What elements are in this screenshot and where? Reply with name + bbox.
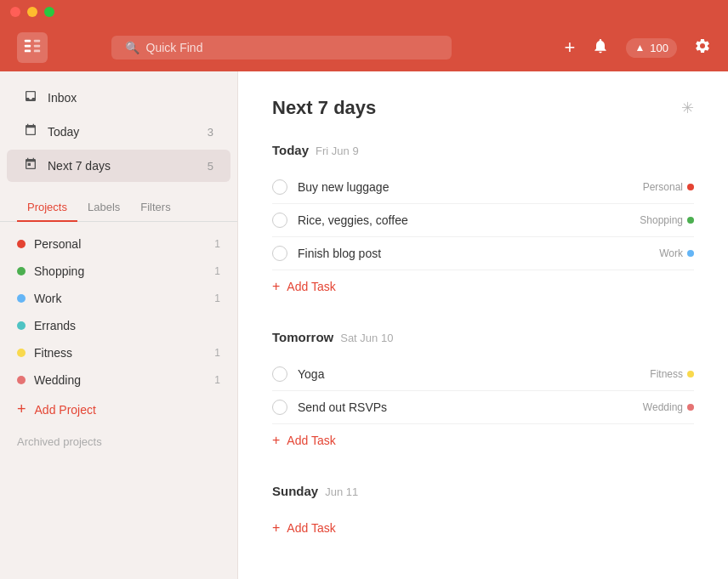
maximize-button[interactable]	[44, 7, 54, 17]
day-header-tomorrow: Tomorrow Sat Jun 10	[272, 330, 694, 348]
asterisk-icon[interactable]: ✳	[681, 99, 694, 117]
add-task-plus-icon-today: +	[272, 279, 280, 294]
task-checkbox-t1[interactable]	[272, 179, 287, 195]
titlebar	[0, 0, 728, 24]
project-name-work: Work	[34, 292, 206, 305]
task-project-label-t4: Fitness	[650, 368, 683, 380]
task-item-t4: Yoga Fitness	[272, 358, 694, 391]
today-count: 3	[208, 126, 213, 139]
task-tag-t3[interactable]: Work	[659, 247, 694, 259]
sidebar-item-personal[interactable]: Personal 1	[0, 230, 237, 258]
task-item-t5: Send out RSVPs Wedding	[272, 391, 694, 424]
task-tag-dot-t4	[687, 371, 694, 377]
project-count-fitness: 1	[214, 347, 220, 359]
add-task-label-tomorrow: Add Task	[287, 434, 335, 447]
header: 🔍 Quick Find + ▲ 100	[0, 24, 728, 71]
sidebar-projects-section: Projects Labels Filters Personal 1 Shopp…	[0, 196, 237, 453]
task-item-t1: Buy new luggage Personal	[272, 171, 694, 204]
task-project-label-t5: Wedding	[643, 401, 683, 413]
minimize-button[interactable]	[27, 7, 37, 17]
header-actions: + ▲ 100	[565, 37, 711, 59]
inbox-icon	[24, 89, 37, 106]
task-checkbox-t3[interactable]	[272, 246, 287, 261]
sidebar-item-wedding[interactable]: Wedding 1	[0, 366, 237, 394]
task-tag-dot-t3	[687, 250, 694, 257]
task-checkbox-t2[interactable]	[272, 213, 287, 228]
day-header-sunday: Sunday Jun 11	[272, 484, 694, 502]
project-count-shopping: 1	[214, 265, 220, 277]
content-header: Next 7 days ✳	[272, 97, 694, 119]
tab-labels[interactable]: Labels	[77, 196, 130, 222]
archived-projects-label: Archived projects	[0, 425, 237, 453]
task-project-label-t2: Shopping	[640, 214, 683, 226]
inbox-label: Inbox	[48, 91, 213, 105]
karma-up-icon: ▲	[634, 42, 645, 54]
tab-filters[interactable]: Filters	[130, 196, 180, 222]
sidebar-item-next7days[interactable]: Next 7 days 5	[7, 150, 230, 182]
task-tag-t5[interactable]: Wedding	[643, 401, 694, 413]
task-name-t3: Finish blog post	[298, 247, 649, 260]
sidebar-item-shopping[interactable]: Shopping 1	[0, 258, 237, 285]
content-area: Next 7 days ✳ Today Fri Jun 9 Buy new lu…	[238, 71, 728, 579]
project-name-personal: Personal	[34, 237, 206, 251]
add-task-tomorrow[interactable]: + Add Task	[272, 424, 694, 457]
sidebar: Inbox Today 3 Next 7 days 5 Projects Lab…	[0, 71, 238, 579]
project-dot-errands	[17, 321, 26, 330]
section-sunday: Sunday Jun 11 + Add Task	[272, 484, 694, 544]
day-date-sunday: Jun 11	[325, 485, 358, 498]
task-tag-t2[interactable]: Shopping	[640, 214, 694, 226]
task-project-label-t1: Personal	[643, 181, 683, 193]
today-label: Today	[48, 125, 197, 139]
notification-bell-icon[interactable]	[592, 37, 609, 59]
add-task-label-today: Add Task	[287, 280, 335, 293]
task-project-label-t3: Work	[659, 247, 683, 259]
svg-rect-2	[25, 49, 31, 52]
add-task-plus-icon-sunday: +	[272, 520, 280, 536]
project-count-wedding: 1	[214, 374, 220, 386]
karma-value: 100	[650, 42, 668, 54]
add-button[interactable]: +	[565, 37, 576, 59]
sidebar-item-errands[interactable]: Errands	[0, 312, 237, 339]
project-dot-fitness	[17, 349, 26, 357]
sidebar-item-today[interactable]: Today 3	[7, 116, 230, 148]
sections-container: Today Fri Jun 9 Buy new luggage Personal…	[272, 143, 694, 544]
task-checkbox-t4[interactable]	[272, 366, 287, 382]
search-bar[interactable]: 🔍 Quick Find	[111, 36, 452, 60]
svg-rect-1	[25, 44, 31, 47]
svg-rect-3	[34, 39, 40, 42]
settings-icon[interactable]	[694, 37, 711, 59]
search-placeholder: Quick Find	[146, 41, 203, 54]
day-header-today: Today Fri Jun 9	[272, 143, 694, 161]
tab-projects[interactable]: Projects	[17, 196, 77, 222]
task-checkbox-t5[interactable]	[272, 400, 287, 415]
add-task-today[interactable]: + Add Task	[272, 270, 694, 303]
project-dot-shopping	[17, 267, 26, 275]
close-button[interactable]	[10, 7, 20, 17]
task-tag-dot-t2	[687, 217, 694, 224]
section-today: Today Fri Jun 9 Buy new luggage Personal…	[272, 143, 694, 303]
project-count-personal: 1	[214, 238, 220, 250]
today-icon	[24, 123, 37, 140]
next7days-label: Next 7 days	[48, 159, 197, 173]
add-task-plus-icon-tomorrow: +	[272, 433, 280, 448]
sidebar-item-work[interactable]: Work 1	[0, 285, 237, 312]
task-name-t4: Yoga	[298, 367, 640, 381]
project-dot-personal	[17, 240, 26, 248]
task-name-t1: Buy new luggage	[298, 180, 633, 194]
task-tag-t4[interactable]: Fitness	[650, 368, 694, 380]
project-name-shopping: Shopping	[34, 264, 206, 278]
add-task-sunday[interactable]: + Add Task	[272, 512, 694, 544]
svg-rect-5	[34, 49, 40, 52]
task-tag-t1[interactable]: Personal	[643, 181, 694, 193]
sidebar-item-fitness[interactable]: Fitness 1	[0, 339, 237, 366]
task-item-t3: Finish blog post Work	[272, 237, 694, 270]
add-project-button[interactable]: + Add Project	[0, 394, 237, 425]
sidebar-item-inbox[interactable]: Inbox	[7, 82, 230, 114]
logo[interactable]	[17, 32, 48, 63]
sidebar-tabs: Projects Labels Filters	[0, 196, 237, 222]
karma-badge[interactable]: ▲ 100	[626, 38, 677, 58]
next7days-count: 5	[208, 160, 213, 173]
main: Inbox Today 3 Next 7 days 5 Projects Lab…	[0, 71, 728, 579]
next7days-icon	[24, 157, 37, 174]
add-project-label: Add Project	[35, 403, 96, 417]
